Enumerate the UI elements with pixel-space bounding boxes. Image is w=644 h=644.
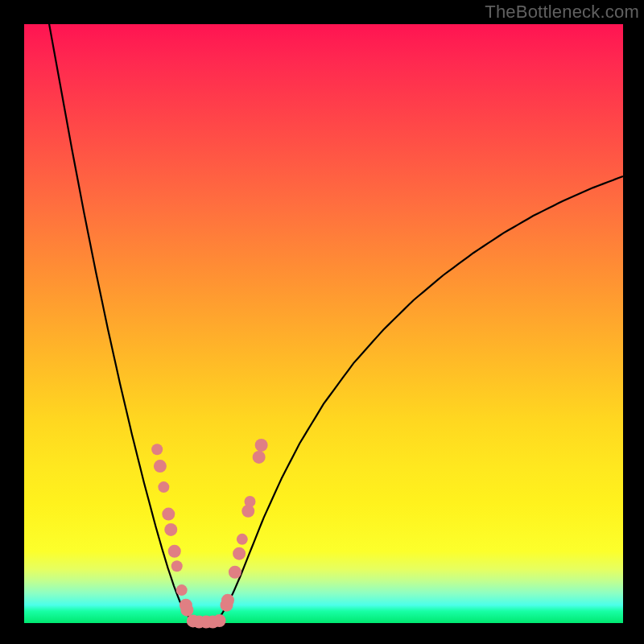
plot-area bbox=[24, 24, 623, 623]
watermark-text: TheBottleneck.com bbox=[485, 2, 639, 23]
bottleneck-chart: TheBottleneck.com bbox=[0, 0, 644, 644]
